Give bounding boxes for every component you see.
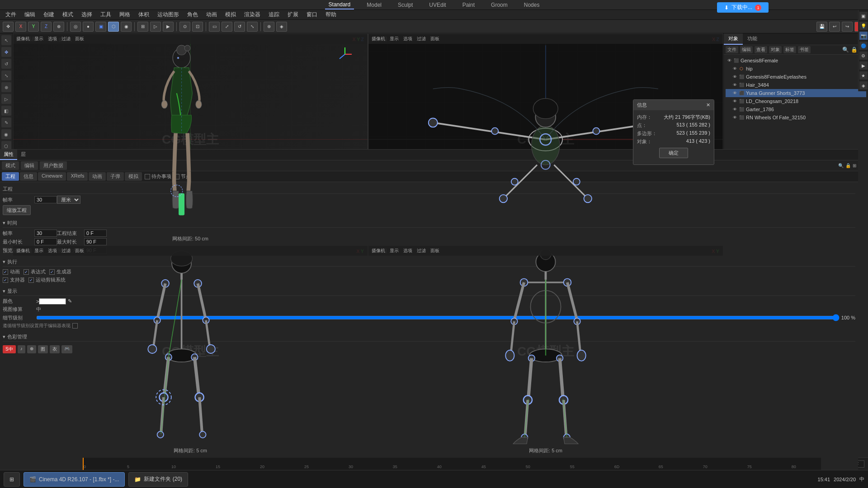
toolbar-snap[interactable]: ⊙ (179, 22, 190, 32)
timeline-bar[interactable]: 0 5 10 15 20 25 30 35 40 45 50 55 6D 65 … (83, 458, 821, 470)
left-tool-5[interactable]: ▷ (1, 94, 11, 104)
rb-more-icon[interactable]: ⊞ (853, 163, 856, 168)
toolbar-selection-rect[interactable]: ▭ (209, 22, 220, 32)
topnav-nodes[interactable]: Nodes (520, 1, 543, 9)
toolbar-render-view[interactable]: ▷ (150, 22, 161, 32)
left-tool-8[interactable]: ◉ (1, 129, 11, 139)
rb-stab-mode[interactable]: 模式 (2, 161, 19, 170)
color-swatch[interactable] (39, 298, 66, 305)
cm-icon-plus[interactable]: ⊕ (27, 345, 36, 353)
rp-tab-function[interactable]: 功能 (743, 33, 762, 45)
menu-help[interactable]: 帮助 (322, 10, 340, 19)
top-panel[interactable]: 面板 (429, 36, 441, 42)
front-display[interactable]: 显示 (388, 248, 400, 254)
fps-value[interactable] (34, 196, 57, 203)
check-anim[interactable]: 动画 (3, 268, 20, 275)
top-filter[interactable]: 过滤 (415, 36, 427, 42)
fps-val2[interactable] (34, 230, 57, 237)
toolbar-y[interactable]: Y (28, 22, 39, 32)
cm-icon-s[interactable]: S中 (3, 345, 16, 353)
toolbar-redo[interactable]: ↪ (842, 22, 853, 32)
rib-extra[interactable]: ★ (859, 71, 868, 80)
topnav-groom[interactable]: Groom (487, 1, 511, 9)
left-tool-select[interactable]: ↖ (1, 35, 11, 45)
toolbar-scale[interactable]: ⤡ (247, 22, 258, 32)
toolbar-transform[interactable]: ⤢ (222, 22, 232, 32)
rib-mat[interactable]: 🔵 (859, 42, 868, 50)
tree-rn-wheels[interactable]: 👁 ⬛ RN Wheels Of Fate_32150 (726, 113, 866, 122)
tree-eyelashes[interactable]: 👁 ⬛ Genesis8FemaleEyelashes (726, 73, 866, 81)
rb-stab-project[interactable]: 工程 (2, 172, 19, 181)
menu-animate[interactable]: 动画 (203, 10, 221, 19)
toolbar-x[interactable]: X (15, 22, 26, 32)
st-lock-icon[interactable]: 🔒 (851, 47, 858, 53)
toolbar-coord[interactable]: ⊕ (53, 22, 64, 32)
rb-search-icon[interactable]: 🔍 (838, 163, 844, 168)
right-filter[interactable]: 过滤 (60, 248, 72, 254)
cm-icon-game[interactable]: 🎮 (61, 345, 72, 353)
left-tool-add[interactable]: ⊕ (1, 82, 11, 92)
topnav-paint[interactable]: Paint (459, 1, 478, 9)
menu-window[interactable]: 窗口 (303, 10, 321, 19)
topnav-model[interactable]: Model (363, 1, 385, 9)
left-tool-7[interactable]: ✎ (1, 117, 11, 127)
rib-settings[interactable]: ⚙ (859, 52, 868, 60)
rib-cam[interactable]: 📷 (859, 32, 868, 40)
vp-option[interactable]: 选项 (47, 36, 58, 42)
toolbar-extra2[interactable]: ◈ (276, 22, 287, 32)
scale-project-btn[interactable]: 缩放工程 (3, 205, 31, 215)
tree-garter[interactable]: 👁 ⬛ Garter_1786 (726, 105, 866, 113)
menu-volume[interactable]: 体积 (135, 10, 153, 19)
menu-select[interactable]: 选择 (78, 10, 96, 19)
check-support[interactable]: 支持器 (3, 277, 25, 283)
topnav-sculpt[interactable]: Sculpt (394, 1, 416, 9)
st-edit[interactable]: 编辑 (740, 46, 753, 53)
right-option[interactable]: 选项 (47, 248, 58, 254)
tree-hair[interactable]: 👁 ⬛ Hair_3484 (726, 81, 866, 89)
menu-tracker[interactable]: 追踪 (265, 10, 283, 19)
menu-mode[interactable]: 模式 (59, 10, 77, 19)
front-option[interactable]: 选项 (402, 248, 414, 254)
right-display[interactable]: 显示 (33, 248, 45, 254)
rib-obj[interactable]: ▣ (859, 12, 868, 20)
right-panel[interactable]: 面板 (74, 248, 85, 254)
taskbar-start[interactable]: ⊞ (4, 472, 20, 487)
taskbar-cinema4d[interactable]: 🎬 Cinema 4D R26.107 - [1.fbx *] -... (24, 472, 125, 487)
vp-panel[interactable]: 面板 (74, 36, 85, 42)
rb-lock-icon[interactable]: 🔒 (845, 163, 851, 168)
rb-stab-info[interactable]: 信息 (20, 172, 37, 181)
toolbar-undo[interactable]: ↩ (829, 22, 840, 32)
check-gen[interactable]: 生成器 (49, 268, 71, 275)
tree-cheongsam[interactable]: 👁 ⬛ LD_Cheongsam_20218 (726, 97, 866, 105)
max-len-val[interactable] (84, 238, 107, 245)
toolbar-grid[interactable]: ⊡ (192, 22, 203, 32)
cm-icon-note[interactable]: ♪ (18, 345, 25, 353)
st-view[interactable]: 查看 (755, 46, 767, 53)
left-tool-rotate[interactable]: ↺ (1, 59, 11, 69)
toolbar-active-obj[interactable]: ⬡ (108, 22, 119, 32)
toolbar-cam2[interactable]: ● (83, 22, 94, 32)
left-tool-6[interactable]: ◧ (1, 106, 11, 116)
check-motion[interactable]: 运动剪辑系统 (28, 277, 66, 283)
menu-render[interactable]: 渲染器 (241, 10, 264, 19)
taskbar-explorer[interactable]: 📁 新建文件夹 (20) (128, 472, 188, 487)
left-tool-move[interactable]: ✥ (1, 47, 11, 57)
toolbar-rotate[interactable]: ↺ (234, 22, 245, 32)
project-end-val[interactable] (84, 230, 107, 237)
top-option[interactable]: 选项 (402, 36, 414, 42)
cm-icon-cloth[interactable]: 衣 (50, 345, 60, 353)
info-ok-button[interactable]: 确定 (659, 148, 688, 158)
menu-edit[interactable]: 编辑 (21, 10, 39, 19)
download-button[interactable]: ⬇ 下载中... 1 (717, 2, 769, 13)
tree-hip[interactable]: 👁 ⬡ hip (726, 65, 866, 73)
toolbar-save[interactable]: 💾 (816, 22, 827, 32)
rb-stab-userdata[interactable]: 用户数据 (40, 161, 67, 170)
toolbar-extra1[interactable]: ⊕ (264, 22, 274, 32)
top-cam[interactable]: 摄像机 (370, 36, 387, 42)
info-close-btn[interactable]: ✕ (706, 102, 710, 108)
toolbar-cam3[interactable]: ◉ (121, 22, 132, 32)
top-display[interactable]: 显示 (388, 36, 400, 42)
toolbar-render-all[interactable]: ▶ (163, 22, 174, 32)
toolbar-obj[interactable]: ▣ (95, 22, 106, 32)
st-bookmark[interactable]: 书签 (798, 46, 811, 53)
